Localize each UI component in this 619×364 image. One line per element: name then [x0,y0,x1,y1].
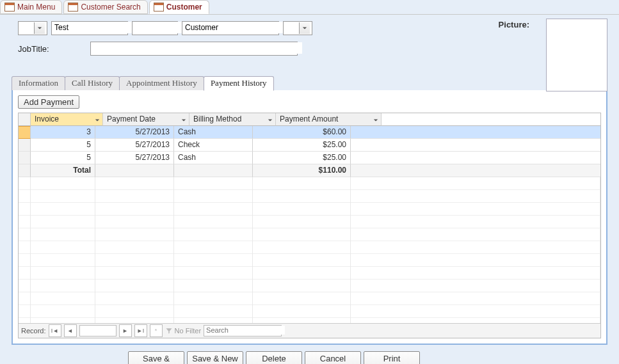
cell-invoice[interactable]: 5 [31,152,95,164]
table-row[interactable]: 5 5/27/2013 Cash $25.00 [19,152,600,164]
cell-amount[interactable]: $25.00 [253,152,351,164]
nav-new-button[interactable]: * [150,324,163,337]
column-payment-date[interactable]: Payment Date [103,113,189,126]
datasheet-empty-area [19,177,600,323]
nav-first-button[interactable]: I◄ [49,324,61,337]
nav-next-button[interactable]: ► [119,324,132,337]
tab-call-history[interactable]: Call History [65,76,120,90]
form-icon [68,3,78,12]
save-close-button[interactable]: Save & Close [128,351,184,364]
form-footer-buttons: Save & Close Save & New Delete Cancel Pr… [128,351,619,364]
total-amount: $110.00 [253,164,351,177]
window-tab-customer[interactable]: Customer [149,0,209,14]
window-tab-label: Main Menu [17,3,55,12]
suffix-combo[interactable] [283,21,312,35]
nav-search-box[interactable] [204,325,282,336]
first-name-field[interactable] [51,21,128,35]
customer-header: JobTitle: Picture: [0,15,619,76]
chevron-down-icon[interactable] [299,22,310,34]
window-tab-main-menu[interactable]: Main Menu [0,0,62,14]
datasheet-header: Invoice Payment Date Billing Method [19,113,600,126]
cell-invoice[interactable]: 3 [31,126,95,139]
row-selector[interactable] [19,126,31,139]
window-tab-label: Customer Search [81,3,140,12]
chevron-down-icon[interactable] [181,116,188,122]
no-filter-indicator[interactable]: No Filter [165,327,202,335]
cell-amount[interactable]: $60.00 [253,126,351,139]
middle-name-field[interactable] [132,21,178,35]
window-tabs: Main Menu Customer Search Customer [0,0,619,15]
chevron-down-icon[interactable] [34,22,45,34]
form-icon [4,3,15,12]
title-combo[interactable] [18,21,47,35]
cell-invoice[interactable]: 5 [31,139,95,152]
total-row: Total $110.00 [19,164,600,177]
record-navigator: Record: I◄ ◄ ► ►I * No Filter [19,323,600,338]
add-payment-button[interactable]: Add Payment [18,95,79,109]
select-all-box[interactable] [19,113,31,126]
cell-amount[interactable]: $25.00 [253,139,351,152]
save-new-button[interactable]: Save & New [187,351,243,364]
payments-datasheet: Invoice Payment Date Billing Method [18,113,601,338]
tab-page-payment-history: Add Payment Invoice Payment Date [12,90,607,345]
window-tab-label: Customer [166,3,202,12]
job-title-label: JobTitle: [18,44,49,54]
tab-payment-history[interactable]: Payment History [204,76,274,91]
chevron-down-icon[interactable] [373,116,380,122]
chevron-down-icon[interactable] [95,116,101,122]
tab-information[interactable]: Information [12,76,65,90]
tab-appointment-history[interactable]: Appointment History [119,76,204,90]
total-label: Total [31,164,95,177]
details-tab-control: Information Call History Appointment His… [12,76,607,345]
picture-label: Picture: [499,20,529,29]
form-icon [154,3,164,12]
cell-method[interactable]: Cash [174,126,253,139]
record-number-box[interactable] [79,325,117,336]
cell-date[interactable]: 5/27/2013 [95,152,174,164]
job-title-field[interactable] [90,42,298,56]
table-row[interactable]: 3 5/27/2013 Cash $60.00 [19,126,600,139]
window-tab-customer-search[interactable]: Customer Search [63,0,147,14]
last-name-field[interactable] [182,21,279,35]
cell-method[interactable]: Check [174,139,253,152]
column-payment-amount[interactable]: Payment Amount [276,113,382,126]
cell-method[interactable]: Cash [174,152,253,164]
row-selector[interactable] [19,139,31,152]
record-nav-label: Record: [21,327,46,335]
cell-date[interactable]: 5/27/2013 [95,139,174,152]
column-billing-method[interactable]: Billing Method [189,113,276,126]
print-button[interactable]: Print [364,351,420,364]
cancel-button[interactable]: Cancel [305,351,361,364]
delete-button[interactable]: Delete [246,351,302,364]
chevron-down-icon[interactable] [268,116,274,122]
column-invoice[interactable]: Invoice [31,113,103,126]
funnel-icon [165,327,173,335]
nav-prev-button[interactable]: ◄ [64,324,77,337]
table-row[interactable]: 5 5/27/2013 Check $25.00 [19,139,600,152]
row-selector[interactable] [19,152,31,164]
cell-date[interactable]: 5/27/2013 [95,126,174,139]
nav-last-button[interactable]: ►I [134,324,147,337]
